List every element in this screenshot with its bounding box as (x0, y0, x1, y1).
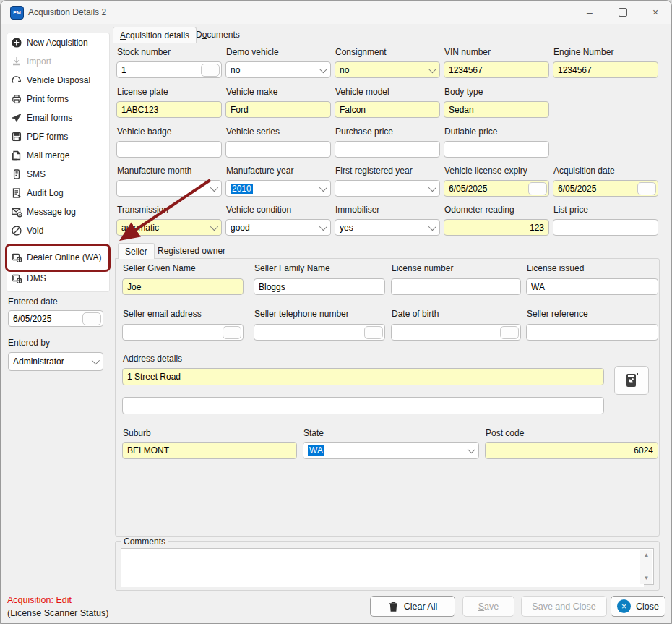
license-plate-input[interactable] (116, 101, 222, 118)
entered-date-label: Entered date (8, 296, 58, 307)
seller-reference-input[interactable] (526, 324, 658, 341)
acquisition-date-calendar-button[interactable] (637, 182, 656, 195)
date-of-birth-field[interactable] (391, 324, 521, 341)
sidebar-item-email-forms[interactable]: Email forms (11, 109, 72, 127)
import-icon (11, 56, 22, 67)
address-scanner-button[interactable] (614, 366, 649, 395)
vin-number-input[interactable] (444, 61, 549, 78)
tab-documents[interactable]: Documents (189, 27, 246, 43)
engine-number-input[interactable] (553, 61, 658, 78)
acquisition-date-field[interactable] (553, 180, 658, 197)
body-type-input[interactable] (444, 101, 549, 118)
chevron-down-icon (428, 64, 436, 72)
printer-icon (11, 93, 22, 105)
sidebar-item-vehicle-disposal[interactable]: Vehicle Disposal (11, 72, 90, 89)
seller-family-name-input[interactable] (254, 278, 385, 295)
vehicle-condition-dropdown[interactable]: good (225, 219, 331, 236)
vehicle-license-expiry-calendar-button[interactable] (528, 182, 547, 195)
odometer-reading-label: Odometer reading (444, 205, 514, 215)
sidebar-item-sms[interactable]: SMS (11, 166, 46, 183)
seller-email-field[interactable] (122, 324, 244, 341)
sidebar-item-dms[interactable]: DMS (11, 270, 46, 287)
scroll-up-icon[interactable]: ▲ (644, 552, 650, 558)
state-dropdown[interactable]: WA (303, 442, 479, 459)
vehicle-series-label: Vehicle series (226, 127, 280, 137)
first-registered-year-dropdown[interactable] (335, 180, 440, 197)
seller-telephone-field[interactable] (254, 324, 385, 341)
address-line1-input[interactable] (122, 368, 604, 385)
tab-registered-owner[interactable]: Registered owner (151, 243, 232, 259)
dutiable-price-label: Dutiable price (444, 127, 497, 137)
vehicle-license-expiry-field[interactable] (444, 180, 549, 197)
window-title: Acquisition Details 2 (28, 7, 106, 17)
tab-seller[interactable]: Seller (118, 243, 155, 259)
scroll-down-icon[interactable]: ▼ (644, 575, 650, 581)
curved-arrow-icon (11, 74, 22, 86)
sidebar-item-void[interactable]: Void (11, 222, 43, 239)
manufacture-month-label: Manufacture month (117, 166, 191, 176)
demo-vehicle-dropdown[interactable]: no (225, 61, 331, 78)
immobiliser-label: Immobiliser (335, 205, 379, 215)
seller-telephone-label: Seller telephone number (254, 309, 349, 319)
manufacture-year-dropdown[interactable]: 2010 (225, 180, 331, 197)
sidebar-item-mail-merge[interactable]: Mail merge (11, 147, 69, 164)
seller-email-action-button[interactable] (223, 326, 241, 339)
envelope-icon (11, 206, 22, 218)
maximize-button[interactable] (607, 1, 639, 24)
vehicle-badge-input[interactable] (116, 141, 222, 158)
suburb-label: Suburb (123, 428, 151, 438)
suburb-input[interactable] (122, 442, 297, 459)
comments-textarea[interactable] (121, 549, 644, 587)
vehicle-model-input[interactable] (335, 101, 440, 118)
state-label: State (303, 428, 324, 438)
save-and-close-button: Save and Close (521, 596, 607, 617)
date-of-birth-calendar-button[interactable] (500, 326, 519, 339)
sidebar-item-audit-log[interactable]: Audit Log (11, 184, 64, 202)
status-license-scanner: (License Scanner Status) (7, 608, 108, 618)
status-acquisition-mode: Acquisition: Edit (7, 595, 72, 605)
vehicle-make-input[interactable] (225, 101, 331, 118)
document-icon (11, 150, 22, 161)
close-circle-icon: × (617, 599, 631, 613)
chevron-down-icon (428, 183, 436, 191)
demo-vehicle-label: Demo vehicle (226, 47, 279, 57)
list-price-input[interactable] (553, 219, 658, 236)
purchase-price-input[interactable] (335, 141, 440, 158)
entered-by-dropdown[interactable]: Administrator (8, 352, 103, 371)
stock-number-lookup-button[interactable] (201, 64, 220, 77)
title-bar: PM Acquisition Details 2 – × (1, 1, 671, 24)
post-code-input[interactable] (485, 442, 658, 459)
audit-log-icon (11, 187, 22, 199)
body-type-label: Body type (444, 87, 483, 97)
sidebar-item-print-forms[interactable]: Print forms (11, 90, 69, 108)
stock-number-field[interactable] (116, 61, 222, 78)
consignment-dropdown[interactable]: no (335, 61, 440, 78)
tab-acquisition-details[interactable]: Acquisition details (113, 27, 197, 43)
comments-scrollbar[interactable]: ▲ ▼ (640, 550, 652, 584)
dutiable-price-input[interactable] (444, 141, 549, 158)
transmission-dropdown[interactable]: automatic (116, 219, 222, 236)
seller-telephone-action-button[interactable] (364, 326, 383, 339)
odometer-reading-input[interactable] (444, 219, 549, 236)
close-window-button[interactable]: × (639, 1, 671, 24)
address-line2-input[interactable] (122, 397, 604, 414)
license-issued-input[interactable] (526, 278, 658, 295)
manufacture-month-dropdown[interactable] (116, 180, 222, 197)
sidebar-item-pdf-forms[interactable]: PDF forms (11, 128, 68, 145)
clear-all-button[interactable]: Clear All (370, 596, 455, 617)
list-price-label: List price (553, 205, 588, 215)
immobiliser-dropdown[interactable]: yes (335, 219, 440, 236)
sidebar-item-message-log[interactable]: Message log (11, 203, 76, 221)
entered-date-field[interactable] (8, 310, 103, 327)
close-button[interactable]: × Close (611, 596, 665, 617)
vehicle-model-label: Vehicle model (335, 87, 389, 97)
vehicle-series-input[interactable] (225, 141, 331, 158)
maximize-icon (619, 8, 627, 17)
seller-given-name-input[interactable] (122, 278, 244, 295)
entered-date-calendar-button[interactable] (82, 312, 101, 325)
sidebar-item-dealer-online-wa[interactable]: Dealer Online (WA) (11, 249, 102, 266)
license-number-input[interactable] (391, 278, 521, 295)
minimize-button[interactable]: – (574, 1, 606, 24)
selected-text: 2010 (231, 184, 253, 194)
sidebar-item-new-acquisition[interactable]: New Acquisition (11, 34, 88, 51)
